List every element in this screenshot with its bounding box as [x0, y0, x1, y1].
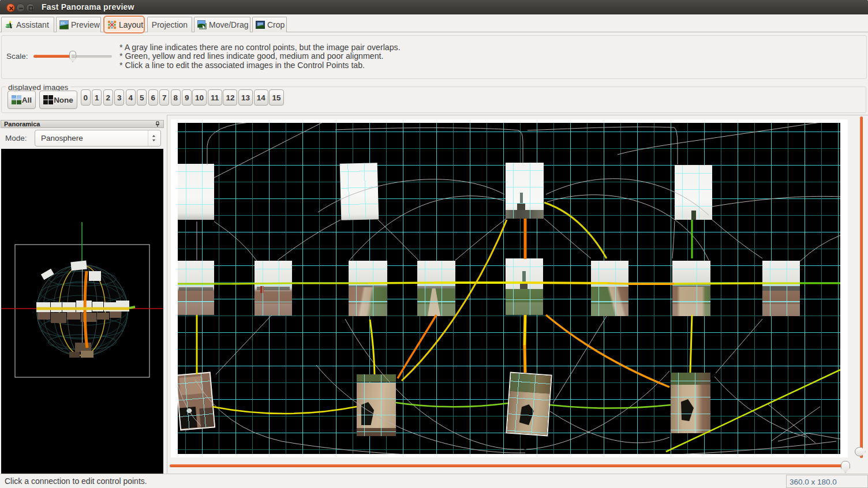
svg-text:GL: GL	[61, 21, 66, 25]
